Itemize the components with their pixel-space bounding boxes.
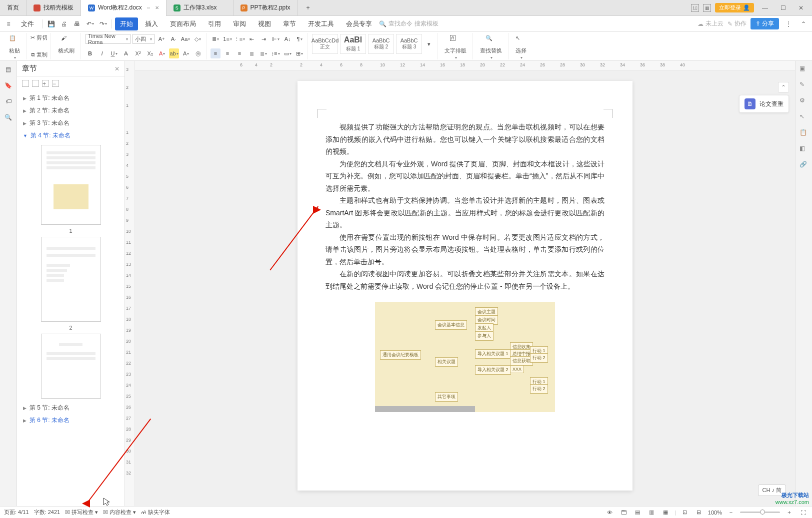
menu-start[interactable]: 开始 xyxy=(115,17,138,30)
paragraph[interactable]: 视频提供了功能强大的方法帮助您证明您的观点。当您单击联机视频时，可以在想要添加的… xyxy=(326,121,604,158)
menu-dev[interactable]: 开发工具 xyxy=(303,17,339,30)
collapse-icon[interactable]: ▣ xyxy=(800,65,808,74)
web-layout-icon[interactable]: ▦ xyxy=(660,508,670,518)
cursor-icon[interactable]: ↖ xyxy=(800,113,808,122)
clear-format-icon[interactable]: ◇▾ xyxy=(192,34,202,44)
page-thumb-3[interactable] xyxy=(41,334,101,399)
read-mode-icon[interactable]: 👁 xyxy=(604,508,614,518)
shading-icon[interactable]: ▭▾ xyxy=(282,48,292,58)
font-color-icon[interactable]: A▾ xyxy=(157,48,167,58)
tab-template[interactable]: 找稻壳模板 xyxy=(26,0,81,16)
paragraph[interactable]: 主题和样式也有助于文档保持协调。当您单击设计并选择新的主题时，图片、图表或 Sm… xyxy=(326,194,604,231)
sort-icon[interactable]: A↓ xyxy=(282,34,292,44)
borders-icon[interactable]: ⊞▾ xyxy=(294,48,304,58)
section-item-4[interactable]: ▼第 4 节: 未命名 xyxy=(23,129,118,142)
maximize-button[interactable]: ☐ xyxy=(776,3,790,13)
fit-page-icon[interactable]: ⊟ xyxy=(694,508,704,518)
strike-icon[interactable]: A̶ xyxy=(121,48,131,58)
collapse-ribbon-icon[interactable]: ⌃ xyxy=(798,18,809,29)
section-item-1[interactable]: ▶第 1 节: 未命名 xyxy=(23,92,118,104)
style-h3[interactable]: AaBbC标题 3 xyxy=(396,34,422,54)
search-icon[interactable]: 🔍 xyxy=(4,113,13,122)
menu-member[interactable]: 会员专享 xyxy=(341,17,377,30)
italic-icon[interactable]: I xyxy=(97,48,107,58)
multilevel-icon[interactable]: ⋮≡▾ xyxy=(234,34,244,44)
copy-button[interactable]: ⧉ 复制 xyxy=(31,51,48,58)
cut-button[interactable]: ✂ 剪切 xyxy=(30,34,48,41)
close-icon[interactable]: ✕ xyxy=(155,5,159,10)
share-button[interactable]: ⇪ 分享 xyxy=(750,18,779,29)
pin-icon[interactable]: ⌃ xyxy=(778,82,789,93)
numbering-icon[interactable]: 1≡▾ xyxy=(222,34,232,44)
focus-mode-icon[interactable]: 🗔 xyxy=(618,508,628,518)
outline-view-icon[interactable]: ▥ xyxy=(646,508,656,518)
paper-check-card[interactable]: 🗎 论文查重 xyxy=(739,95,789,113)
login-button[interactable]: 立即登录👤 xyxy=(715,3,754,12)
char-border-icon[interactable]: A▾ xyxy=(181,48,191,58)
print-preview-icon[interactable]: 🖶 xyxy=(72,18,82,29)
bold-icon[interactable]: B xyxy=(85,48,95,58)
command-search[interactable]: 🔍 查找命令 xyxy=(379,19,412,28)
highlight-icon[interactable]: ab▾ xyxy=(169,48,179,58)
menu-insert[interactable]: 插入 xyxy=(140,17,163,30)
fit-width-icon[interactable]: ⊡ xyxy=(680,508,690,518)
zoom-value[interactable]: 100% xyxy=(708,510,722,516)
inc-indent-icon[interactable]: ⇥ xyxy=(258,34,268,44)
print-layout-icon[interactable]: ▤ xyxy=(632,508,642,518)
superscript-icon[interactable]: X² xyxy=(133,48,143,58)
embedded-diagram[interactable]: 通用会议纪要模板 会议基本信息 相关议题 其它事项 会议主题 会议时间 发起人 … xyxy=(375,302,555,412)
zoom-out-icon[interactable]: − xyxy=(726,508,736,518)
show-marks-icon[interactable]: ¶▾ xyxy=(294,34,304,44)
undo-icon[interactable]: ↶▾ xyxy=(84,18,96,29)
align-left-icon[interactable]: ≡ xyxy=(210,48,220,58)
close-window-button[interactable]: ✕ xyxy=(794,3,808,13)
layout-toggle-icon[interactable]: 1▯ xyxy=(691,4,699,12)
spellcheck-toggle[interactable]: ☒ 拼写检查 ▾ xyxy=(65,509,98,516)
phonetic-icon[interactable]: ㊪ xyxy=(193,48,203,58)
bookmark-icon[interactable]: 🔖 xyxy=(4,81,13,90)
font-size-select[interactable]: 小四▾ xyxy=(132,34,154,44)
zoom-slider[interactable] xyxy=(740,512,780,513)
change-case-icon[interactable]: Aa▾ xyxy=(180,34,190,44)
tabs-icon[interactable]: ⊩▾ xyxy=(270,34,280,44)
cloud-status[interactable]: ☁ 未上云 xyxy=(698,19,724,28)
panel-close-icon[interactable]: ✕ xyxy=(114,65,120,72)
paragraph[interactable]: 在新的阅读视图中阅读更加容易。可以折叠文档某些部分并关注所需文本。如果在达到结尾… xyxy=(326,268,604,292)
subscript-icon[interactable]: X₂ xyxy=(145,48,155,58)
style-more-icon[interactable]: ▾ xyxy=(424,39,434,49)
menu-refs[interactable]: 引用 xyxy=(203,17,226,30)
paragraph[interactable]: 为使您的文档具有专业外观，Word 提供了页眉、页脚、封面和文本框设计，这些设计… xyxy=(326,158,604,195)
grid-icon[interactable]: ▦ xyxy=(703,4,711,12)
menu-view[interactable]: 视图 xyxy=(253,17,276,30)
menu-section[interactable]: 章节 xyxy=(278,17,301,30)
page-indicator[interactable]: 页面: 4/11 xyxy=(4,509,29,516)
align-justify-icon[interactable]: ≣ xyxy=(246,48,256,58)
redo-icon[interactable]: ↷▾ xyxy=(98,18,108,29)
tool-1[interactable] xyxy=(22,80,29,87)
font-name-select[interactable]: Times New Roma▾ xyxy=(86,34,130,44)
outline-icon[interactable]: ▤ xyxy=(4,65,13,74)
save-icon[interactable]: 💾 xyxy=(46,18,56,29)
section-item-6[interactable]: ▶第 6 节: 未命名 xyxy=(23,414,118,427)
tab-excel-doc[interactable]: S 工作簿3.xlsx ✕ xyxy=(166,0,234,16)
style-h2[interactable]: AaBbC标题 2 xyxy=(368,34,394,54)
page-thumb-1[interactable] xyxy=(41,145,101,225)
word-count[interactable]: 字数: 2421 xyxy=(34,509,60,516)
menu-review[interactable]: 审阅 xyxy=(228,17,251,30)
link-icon[interactable]: 🔗 xyxy=(800,161,808,170)
fullscreen-icon[interactable]: ⛶ xyxy=(798,508,808,518)
paste-button[interactable]: 📋粘贴▾ xyxy=(6,34,23,61)
palette-icon[interactable]: ◧ xyxy=(800,145,808,154)
missing-font[interactable]: 🗚 缺失字体 xyxy=(141,509,170,516)
format-painter-button[interactable]: 🖌格式刷 xyxy=(55,34,78,55)
pen-icon[interactable]: ✎ xyxy=(800,81,808,90)
section-item-3[interactable]: ▶第 3 节: 未命名 xyxy=(23,117,118,129)
hamburger-icon[interactable]: ≡ xyxy=(3,18,14,29)
style-normal[interactable]: AaBbCcDd正文 xyxy=(312,34,338,54)
minimize-button[interactable]: — xyxy=(758,3,772,13)
section-item-5[interactable]: ▶第 5 节: 未命名 xyxy=(23,402,118,414)
line-spacing-icon[interactable]: ↕≡▾ xyxy=(270,48,280,58)
underline-icon[interactable]: U▾ xyxy=(109,48,119,58)
selection-handle[interactable] xyxy=(375,406,475,412)
find-replace-button[interactable]: 🔍查找替换▾ xyxy=(477,34,505,61)
